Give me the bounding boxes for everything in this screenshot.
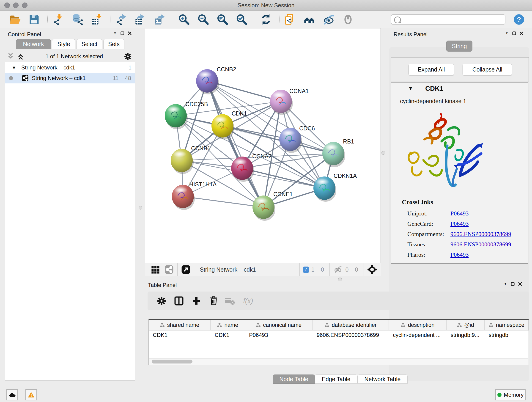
expand-all-networks-icon[interactable]: [16, 51, 26, 61]
open-in-new-window-icon[interactable]: [181, 264, 191, 274]
float-icon[interactable]: [510, 30, 518, 38]
tab-sets[interactable]: Sets: [103, 39, 124, 49]
add-column-button[interactable]: [190, 295, 203, 307]
export-table-button[interactable]: [134, 13, 147, 26]
tab-network[interactable]: Network: [16, 39, 51, 49]
collapse-icon[interactable]: ▼: [111, 30, 119, 38]
column-header-namespace[interactable]: namespace: [485, 320, 529, 330]
close-icon[interactable]: [126, 30, 133, 38]
network-view-canvas[interactable]: CCNB2CCNA1CDC25BCDK1CDC6RB1CCNB1CCNA2CDK…: [145, 28, 381, 263]
columns-button[interactable]: [173, 295, 185, 307]
expand-all-button[interactable]: Expand All: [409, 64, 454, 75]
table-cell[interactable]: P06493: [245, 331, 312, 340]
title-bar: Session: New Session: [0, 0, 532, 11]
open-session-button[interactable]: [8, 13, 22, 26]
hidden-eye-slash-icon[interactable]: [333, 264, 343, 274]
section-collapse-caret-icon[interactable]: ▼: [408, 85, 413, 91]
gene-section-header[interactable]: ▼ CDK1: [391, 83, 528, 95]
cloud-button[interactable]: [6, 389, 18, 400]
close-icon[interactable]: [518, 30, 525, 38]
float-icon[interactable]: [119, 30, 126, 38]
table-cell[interactable]: stringdb:9...: [447, 331, 485, 340]
network-node-CCNB2[interactable]: [196, 69, 219, 95]
hide-selection-button[interactable]: [322, 13, 336, 26]
collapse-icon[interactable]: ▼: [503, 30, 510, 38]
apply-layout-button[interactable]: [259, 13, 273, 26]
tab-node-table[interactable]: Node Table: [273, 375, 315, 384]
zoom-in-button[interactable]: [177, 13, 191, 26]
help-button[interactable]: ?: [512, 13, 526, 26]
export-network-button[interactable]: [114, 13, 128, 26]
crosslink-label: Pharos:: [407, 251, 450, 258]
network-node-HIST1H1A[interactable]: [172, 185, 195, 210]
network-node-CCNE1[interactable]: [253, 196, 275, 221]
zoom-out-button[interactable]: [196, 13, 210, 26]
import-table-file-button[interactable]: [90, 13, 104, 26]
export-table-icon: [134, 13, 146, 26]
crosslink-link[interactable]: P06493: [450, 210, 469, 217]
scrollbar-thumb[interactable]: [152, 360, 192, 364]
float-icon[interactable]: [509, 281, 516, 288]
tab-style[interactable]: Style: [52, 39, 75, 49]
column-label: database identifier: [332, 322, 377, 328]
crosslink-link[interactable]: 9606.ENSP00000378699: [450, 231, 511, 238]
grid-view-icon[interactable]: [150, 264, 160, 274]
column-header-description[interactable]: description: [389, 320, 447, 330]
save-session-button[interactable]: [27, 13, 41, 26]
network-node-CDKN1A[interactable]: [313, 177, 336, 202]
zoom-fit-button[interactable]: [216, 13, 229, 26]
column-header-shared-name[interactable]: shared name: [149, 320, 210, 330]
fit-selection-target-icon[interactable]: [367, 264, 377, 274]
selected-nodes-checkbox[interactable]: ✓: [303, 267, 309, 273]
first-neighbors-button[interactable]: [303, 13, 316, 26]
tab-select[interactable]: Select: [76, 39, 102, 49]
crosslink-label: Tissues:: [407, 241, 450, 248]
warning-button[interactable]: [25, 389, 37, 400]
crosslink-link[interactable]: P06493: [450, 251, 469, 258]
function-builder-button[interactable]: f(x): [242, 295, 254, 307]
network-node-CCNA2[interactable]: [231, 157, 254, 182]
network-node-RB1[interactable]: [322, 142, 345, 167]
collapse-icon[interactable]: ▼: [502, 281, 509, 288]
table-row[interactable]: CDK1CDK1P064939606.ENSP00000378699cyclin…: [149, 331, 529, 340]
network-node-CDC25B[interactable]: [165, 104, 188, 129]
close-icon[interactable]: [516, 281, 524, 288]
svg-text:▼: ▼: [505, 32, 508, 35]
show-all-button[interactable]: [341, 13, 355, 26]
table-cell[interactable]: CDK1: [210, 331, 245, 340]
table-cell[interactable]: 9606.ENSP00000378699: [312, 331, 389, 340]
crosslink-link[interactable]: P06493: [450, 220, 469, 227]
network-row-selected[interactable]: String Network – cdk1 11 48: [5, 73, 135, 83]
collection-expand-caret-icon[interactable]: ▾: [5, 64, 15, 71]
column-header--id[interactable]: @id: [447, 320, 485, 330]
network-node-CDC6[interactable]: [279, 128, 302, 153]
table-cell[interactable]: CDK1: [149, 331, 210, 340]
left-splitter-handle[interactable]: [139, 206, 142, 210]
collapse-all-button[interactable]: Collapse All: [462, 64, 512, 75]
tab-network-table[interactable]: Network Table: [357, 375, 408, 384]
table-cell[interactable]: stringdb: [485, 331, 529, 340]
table-cell[interactable]: cyclin-dependent ...: [389, 331, 447, 340]
crosslink-link[interactable]: 9606.ENSP00000378699: [450, 241, 511, 248]
tab-edge-table[interactable]: Edge Table: [315, 375, 357, 384]
settings-button[interactable]: [155, 295, 168, 307]
memory-button[interactable]: Memory: [495, 389, 526, 400]
import-network-file-button[interactable]: [52, 13, 65, 26]
export-image-button[interactable]: [153, 13, 166, 26]
delete-table-button[interactable]: [224, 295, 236, 307]
column-header-name[interactable]: name: [210, 320, 245, 330]
column-header-canonical-name[interactable]: canonical name: [245, 320, 312, 330]
delete-column-button[interactable]: [208, 295, 220, 307]
network-node-CDK1[interactable]: [211, 114, 234, 139]
zoom-selected-button[interactable]: [235, 13, 248, 26]
network-collection-row[interactable]: ▾ String Network – cdk1 1: [5, 62, 135, 73]
table-horizontal-scrollbar[interactable]: [149, 358, 528, 365]
network-options-gear-icon[interactable]: [123, 51, 133, 61]
search-input[interactable]: [391, 14, 505, 25]
new-network-from-selection-button[interactable]: [284, 13, 297, 26]
import-network-database-button[interactable]: [71, 13, 84, 26]
share-network-icon[interactable]: [164, 264, 174, 274]
column-header-database-identifier[interactable]: database identifier: [312, 320, 389, 330]
tab-string[interactable]: String: [446, 41, 472, 51]
collapse-all-networks-icon[interactable]: [6, 51, 16, 61]
